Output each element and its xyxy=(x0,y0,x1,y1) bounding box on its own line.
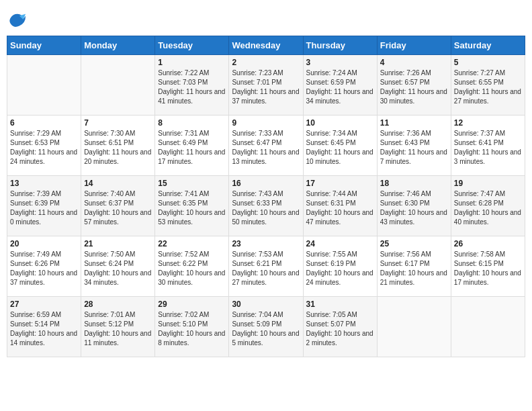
sunset-text: Sunset: 6:37 PM xyxy=(84,199,152,208)
calendar-cell: 25 Sunrise: 7:56 AM Sunset: 6:17 PM Dayl… xyxy=(377,236,451,297)
daylight-text: Daylight: 11 hours and 41 minutes. xyxy=(158,87,226,106)
day-number: 6 xyxy=(10,118,78,128)
daylight-text: Daylight: 10 hours and 57 minutes. xyxy=(84,208,152,227)
calendar-week-row: 20 Sunrise: 7:49 AM Sunset: 6:26 PM Dayl… xyxy=(7,236,525,297)
daylight-text: Daylight: 10 hours and 17 minutes. xyxy=(454,269,522,287)
calendar-cell: 16 Sunrise: 7:43 AM Sunset: 6:33 PM Dayl… xyxy=(229,176,303,236)
calendar-cell: 21 Sunrise: 7:50 AM Sunset: 6:24 PM Dayl… xyxy=(81,236,155,297)
sunset-text: Sunset: 6:19 PM xyxy=(306,259,374,269)
cell-details: Sunrise: 7:31 AM Sunset: 6:49 PM Dayligh… xyxy=(158,129,226,167)
daylight-text: Daylight: 10 hours and 50 minutes. xyxy=(232,208,300,227)
day-number: 25 xyxy=(380,239,448,248)
sunset-text: Sunset: 6:49 PM xyxy=(158,138,226,148)
daylight-text: Daylight: 10 hours and 24 minutes. xyxy=(306,269,374,287)
day-number: 28 xyxy=(84,300,152,309)
day-number: 11 xyxy=(380,118,448,128)
calendar-cell: 4 Sunrise: 7:26 AM Sunset: 6:57 PM Dayli… xyxy=(377,55,451,116)
day-number: 8 xyxy=(158,118,226,128)
cell-details: Sunrise: 7:02 AM Sunset: 5:10 PM Dayligh… xyxy=(158,310,226,348)
day-number: 18 xyxy=(380,179,448,188)
sunset-text: Sunset: 5:07 PM xyxy=(306,320,374,329)
cell-details: Sunrise: 7:53 AM Sunset: 6:21 PM Dayligh… xyxy=(232,250,300,287)
sunset-text: Sunset: 6:59 PM xyxy=(306,78,374,87)
sunset-text: Sunset: 6:43 PM xyxy=(380,138,448,148)
sunrise-text: Sunrise: 7:33 AM xyxy=(232,129,300,138)
daylight-text: Daylight: 10 hours and 11 minutes. xyxy=(84,329,152,348)
day-number: 29 xyxy=(158,300,226,309)
sunrise-text: Sunrise: 7:55 AM xyxy=(306,250,374,259)
header-thursday: Thursday xyxy=(303,36,377,55)
daylight-text: Daylight: 10 hours and 34 minutes. xyxy=(84,269,152,287)
sunset-text: Sunset: 6:35 PM xyxy=(158,199,226,208)
sunset-text: Sunset: 6:57 PM xyxy=(380,78,448,87)
calendar-cell xyxy=(81,55,155,116)
cell-details: Sunrise: 7:43 AM Sunset: 6:33 PM Dayligh… xyxy=(232,189,300,227)
sunset-text: Sunset: 6:15 PM xyxy=(454,259,522,269)
header-saturday: Saturday xyxy=(451,36,525,55)
sunset-text: Sunset: 6:39 PM xyxy=(10,199,78,208)
sunset-text: Sunset: 6:24 PM xyxy=(84,259,152,269)
calendar-cell: 28 Sunrise: 7:01 AM Sunset: 5:12 PM Dayl… xyxy=(81,297,155,357)
daylight-text: Daylight: 11 hours and 34 minutes. xyxy=(306,87,374,106)
cell-details: Sunrise: 7:24 AM Sunset: 6:59 PM Dayligh… xyxy=(306,68,374,106)
daylight-text: Daylight: 10 hours and 40 minutes. xyxy=(454,208,522,227)
sunrise-text: Sunrise: 7:26 AM xyxy=(380,68,448,78)
sunrise-text: Sunrise: 7:24 AM xyxy=(306,68,374,78)
cell-details: Sunrise: 6:59 AM Sunset: 5:14 PM Dayligh… xyxy=(10,310,78,348)
sunrise-text: Sunrise: 7:39 AM xyxy=(10,189,78,199)
cell-details: Sunrise: 7:05 AM Sunset: 5:07 PM Dayligh… xyxy=(306,310,374,348)
cell-details: Sunrise: 7:34 AM Sunset: 6:45 PM Dayligh… xyxy=(306,129,374,167)
calendar-cell: 5 Sunrise: 7:27 AM Sunset: 6:55 PM Dayli… xyxy=(451,55,525,116)
day-number: 26 xyxy=(454,239,522,248)
sunset-text: Sunset: 6:45 PM xyxy=(306,138,374,148)
calendar-cell: 1 Sunrise: 7:22 AM Sunset: 7:03 PM Dayli… xyxy=(155,55,229,116)
calendar-cell: 8 Sunrise: 7:31 AM Sunset: 6:49 PM Dayli… xyxy=(155,116,229,176)
sunset-text: Sunset: 6:51 PM xyxy=(84,138,152,148)
cell-details: Sunrise: 7:52 AM Sunset: 6:22 PM Dayligh… xyxy=(158,250,226,287)
calendar-cell: 31 Sunrise: 7:05 AM Sunset: 5:07 PM Dayl… xyxy=(303,297,377,357)
calendar-cell xyxy=(377,297,451,357)
daylight-text: Daylight: 11 hours and 27 minutes. xyxy=(454,87,522,106)
sunrise-text: Sunrise: 7:23 AM xyxy=(232,68,300,78)
sunrise-text: Sunrise: 7:02 AM xyxy=(158,310,226,320)
day-number: 7 xyxy=(84,118,152,128)
day-number: 14 xyxy=(84,179,152,188)
sunset-text: Sunset: 6:17 PM xyxy=(380,259,448,269)
daylight-text: Daylight: 10 hours and 30 minutes. xyxy=(158,269,226,287)
sunrise-text: Sunrise: 7:01 AM xyxy=(84,310,152,320)
cell-details: Sunrise: 7:37 AM Sunset: 6:41 PM Dayligh… xyxy=(454,129,522,167)
calendar-cell xyxy=(451,297,525,357)
day-number: 9 xyxy=(232,118,300,128)
day-number: 17 xyxy=(306,179,374,188)
daylight-text: Daylight: 10 hours and 47 minutes. xyxy=(306,208,374,227)
cell-details: Sunrise: 7:46 AM Sunset: 6:30 PM Dayligh… xyxy=(380,189,448,227)
sunrise-text: Sunrise: 7:22 AM xyxy=(158,68,226,78)
sunset-text: Sunset: 6:21 PM xyxy=(232,259,300,269)
logo xyxy=(7,11,27,30)
calendar-cell: 23 Sunrise: 7:53 AM Sunset: 6:21 PM Dayl… xyxy=(229,236,303,297)
calendar-cell: 6 Sunrise: 7:29 AM Sunset: 6:53 PM Dayli… xyxy=(7,116,81,176)
day-number: 12 xyxy=(454,118,522,128)
cell-details: Sunrise: 7:55 AM Sunset: 6:19 PM Dayligh… xyxy=(306,250,374,287)
cell-details: Sunrise: 7:26 AM Sunset: 6:57 PM Dayligh… xyxy=(380,68,448,106)
daylight-text: Daylight: 10 hours and 5 minutes. xyxy=(232,329,300,348)
calendar-cell: 17 Sunrise: 7:44 AM Sunset: 6:31 PM Dayl… xyxy=(303,176,377,236)
cell-details: Sunrise: 7:33 AM Sunset: 6:47 PM Dayligh… xyxy=(232,129,300,167)
day-number: 30 xyxy=(232,300,300,309)
cell-details: Sunrise: 7:41 AM Sunset: 6:35 PM Dayligh… xyxy=(158,189,226,227)
calendar-cell: 20 Sunrise: 7:49 AM Sunset: 6:26 PM Dayl… xyxy=(7,236,81,297)
daylight-text: Daylight: 11 hours and 30 minutes. xyxy=(380,87,448,106)
calendar-week-row: 6 Sunrise: 7:29 AM Sunset: 6:53 PM Dayli… xyxy=(7,116,525,176)
day-number: 27 xyxy=(10,300,78,309)
sunset-text: Sunset: 6:31 PM xyxy=(306,199,374,208)
day-number: 3 xyxy=(306,58,374,67)
daylight-text: Daylight: 11 hours and 3 minutes. xyxy=(454,148,522,167)
sunset-text: Sunset: 6:41 PM xyxy=(454,138,522,148)
sunrise-text: Sunrise: 7:41 AM xyxy=(158,189,226,199)
sunrise-text: Sunrise: 7:04 AM xyxy=(232,310,300,320)
sunset-text: Sunset: 5:12 PM xyxy=(84,320,152,329)
cell-details: Sunrise: 7:22 AM Sunset: 7:03 PM Dayligh… xyxy=(158,68,226,106)
header-friday: Friday xyxy=(377,36,451,55)
daylight-text: Daylight: 10 hours and 43 minutes. xyxy=(380,208,448,227)
daylight-text: Daylight: 11 hours and 7 minutes. xyxy=(380,148,448,167)
